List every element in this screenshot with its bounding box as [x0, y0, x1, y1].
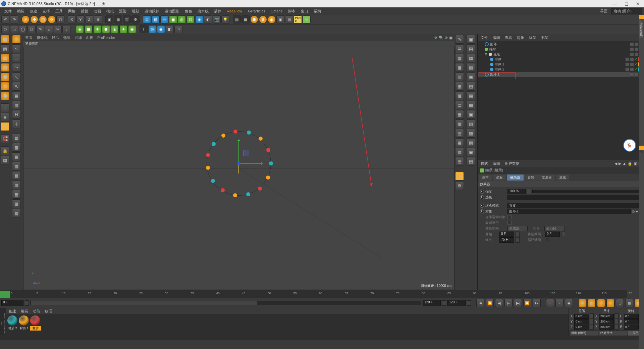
point-mode-icon[interactable]: ⬢	[1, 72, 9, 81]
goto-start-button[interactable]: ⏮	[476, 299, 484, 307]
menu-item[interactable]: 雕刻	[129, 8, 142, 14]
time-start-field[interactable]: 0 F	[1, 300, 23, 306]
menu-item[interactable]: 工具	[53, 8, 65, 14]
timeline-ruler[interactable]: 0510152025303540455055606570758085909510…	[0, 290, 644, 298]
time-end2-field[interactable]: 120 F	[447, 300, 466, 306]
morph-checkbox[interactable]	[507, 215, 512, 219]
extra8-icon[interactable]: ▩	[12, 199, 21, 208]
size-z-field[interactable]: 200 cm	[599, 325, 614, 330]
vtab-2[interactable]: PhotoStudi	[639, 19, 643, 38]
rp-h-icon[interactable]: ▩	[467, 101, 475, 109]
scale-tool[interactable]: ◫	[39, 15, 47, 23]
attr-tab[interactable]: 效果器	[507, 174, 524, 181]
menu-item[interactable]: Octane	[268, 8, 285, 14]
prev-key-button[interactable]: ⏪	[486, 299, 494, 307]
spline-mask-icon[interactable]: ◉	[128, 25, 136, 33]
keyframe-sel-button[interactable]: ◆	[565, 299, 573, 307]
attr-tab[interactable]: 参数	[524, 174, 538, 181]
attr-anim-dot[interactable]	[480, 204, 484, 208]
b-button[interactable]: B	[303, 15, 311, 23]
tree-row[interactable]: 继承✓	[478, 47, 644, 52]
menu-item[interactable]: 窗口	[299, 8, 311, 14]
rp-f-icon[interactable]: ▤	[467, 82, 475, 91]
deformer-button[interactable]: ◈	[195, 15, 203, 23]
play-button[interactable]: ▶	[504, 299, 513, 307]
light-button[interactable]: 💡	[221, 15, 229, 23]
menu-item[interactable]: 帮助	[311, 8, 323, 14]
generator-button[interactable]: ▣	[169, 15, 177, 23]
om-menu-item[interactable]: 编辑	[493, 35, 500, 40]
mat-menu-item[interactable]: 编辑	[21, 309, 28, 314]
attr-tab[interactable]: 基本	[479, 174, 492, 181]
pal-a-icon[interactable]: ▤	[455, 44, 464, 53]
am-lock-icon[interactable]: 🔒	[628, 161, 632, 166]
tracer-icon[interactable]: ✦	[119, 25, 127, 33]
scale-reset-icon[interactable]: =1	[455, 172, 464, 181]
vp-menu-item[interactable]: 选项	[63, 35, 70, 40]
edge-sel-icon[interactable]: ▦	[12, 91, 21, 100]
move-tool[interactable]: ✥	[30, 15, 38, 23]
extra6-icon[interactable]: ▩	[12, 181, 21, 189]
record-button[interactable]: ⌀	[546, 299, 554, 307]
pal-i-icon[interactable]: ▩	[455, 119, 464, 128]
anim-dropdown[interactable]: 至 (还)	[544, 226, 565, 231]
spinner-icon[interactable]	[614, 319, 619, 324]
attr-anim-dot[interactable]	[480, 190, 484, 194]
select-tool[interactable]: ⤢	[21, 15, 30, 23]
rp-c-icon[interactable]: ▦	[467, 54, 475, 62]
material-item[interactable]: 材质	[30, 315, 41, 331]
spinner-icon[interactable]	[561, 232, 565, 237]
key-param-button[interactable]: P	[606, 299, 614, 307]
take-button[interactable]: ▦	[241, 15, 250, 23]
render-region-button[interactable]: ▦	[114, 15, 122, 23]
key-pos-button[interactable]: ✥	[578, 299, 586, 307]
rp-j-icon[interactable]: ▤	[467, 119, 475, 128]
rp-a-icon[interactable]: ▣	[467, 35, 475, 44]
space-dropdown[interactable]: 生成器	[507, 226, 528, 231]
matrix-icon[interactable]: ▦	[85, 25, 93, 33]
extra3-icon[interactable]: ▦	[12, 152, 21, 161]
hair-button[interactable]: ◉	[268, 15, 276, 23]
mat-menu-item[interactable]: 纹理	[45, 309, 52, 314]
minimize-button[interactable]: —	[612, 1, 617, 6]
pal-pencil-icon[interactable]: ✎	[455, 35, 464, 44]
am-menu-item[interactable]: 模式	[481, 161, 488, 166]
effector2-icon[interactable]: ◉	[157, 25, 165, 33]
material-list[interactable]: 材质.2材质.1材质	[6, 314, 569, 335]
fracture-icon[interactable]: ✷	[93, 25, 101, 33]
material-item[interactable]: 材质.1	[19, 315, 30, 331]
tree-row[interactable]: 球体.1✓	[478, 62, 644, 67]
model-mode-icon[interactable]: ▩	[1, 44, 9, 53]
poly-mode-icon[interactable]: ⬢	[1, 91, 9, 100]
am-nav-next-icon[interactable]: ▶	[619, 161, 621, 166]
extra7-icon[interactable]: ▦	[12, 190, 21, 199]
magnet-icon[interactable]: ⌂	[45, 25, 53, 33]
menu-item[interactable]: 网格	[66, 8, 78, 14]
am-nav-up-icon[interactable]: ▲	[623, 161, 626, 166]
rp-i-icon[interactable]: ▣	[467, 110, 475, 119]
menu-item[interactable]: 选择	[40, 8, 52, 14]
object-link-field[interactable]: 圆环.1	[507, 209, 631, 214]
pal-g-icon[interactable]: ▤	[455, 101, 464, 109]
menu-item[interactable]: X-Particles	[245, 8, 268, 14]
menu-item[interactable]: 编辑	[15, 8, 27, 14]
snap-icon[interactable]: 🧲	[1, 134, 9, 143]
poly-select-icon[interactable]: ⬠	[28, 25, 36, 33]
key-pla-button[interactable]: ⊡	[616, 299, 624, 307]
timeline-current-marker[interactable]	[0, 290, 11, 298]
falloff-checkbox[interactable]	[507, 221, 512, 225]
loop-checkbox[interactable]	[545, 238, 549, 242]
rp-d-icon[interactable]: ▩	[467, 63, 475, 72]
menu-item[interactable]: 捕捉	[78, 8, 91, 14]
pos-y-field[interactable]: 0 cm	[574, 319, 589, 324]
texture-mode-icon[interactable]: ▦	[1, 54, 9, 62]
pal-j-icon[interactable]: ▤	[455, 129, 464, 138]
dynamics-button[interactable]: S	[259, 15, 267, 23]
autokey-button[interactable]: ●	[555, 299, 564, 307]
tree-row[interactable]: 圆环✓	[478, 42, 644, 47]
om-menu-item[interactable]: 标签	[529, 35, 536, 40]
instance-icon[interactable]: ⬢	[102, 25, 110, 33]
maximize-button[interactable]: ◻	[625, 1, 629, 6]
vp-menu-item[interactable]: 面板	[86, 35, 93, 40]
spinner-icon[interactable]	[614, 313, 619, 319]
